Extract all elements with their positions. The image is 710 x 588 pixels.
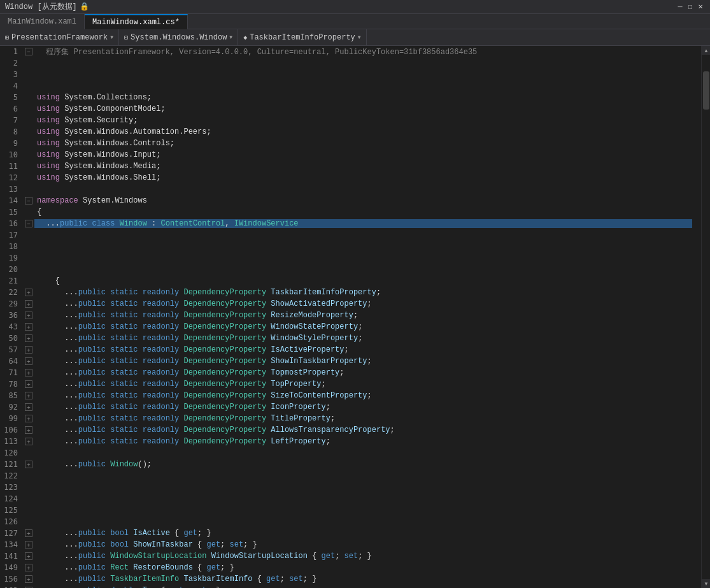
fold-indicator[interactable]: + xyxy=(23,369,34,376)
line-number: 120 xyxy=(0,448,23,457)
framework-dropdown[interactable]: ⊞ PresentationFramework ▼ xyxy=(0,29,119,46)
code-text: ...public static readonly DependencyProp… xyxy=(34,391,692,400)
fold-indicator[interactable]: + xyxy=(23,529,34,537)
fold-indicator[interactable]: + xyxy=(23,300,34,308)
tab-mainwindow-xaml-cs[interactable]: MainWindow.xaml.cs* xyxy=(85,14,188,29)
line-number: 123 xyxy=(0,483,23,492)
code-text: using System.Collections; xyxy=(34,93,692,102)
fold-indicator[interactable]: + xyxy=(23,426,34,434)
code-line-1: 1− 程序集 PresentationFramework, Version=4.… xyxy=(0,46,692,57)
code-line-22: 22+ ...public static readonly Dependency… xyxy=(0,287,692,298)
fold-indicator[interactable]: + xyxy=(23,380,34,388)
line-number: 124 xyxy=(0,494,23,503)
fold-indicator[interactable]: + xyxy=(23,575,34,583)
code-line-12: 12using System.Windows.Shell; xyxy=(0,172,692,183)
class-icon: ⊡ xyxy=(124,34,128,41)
line-number: 12 xyxy=(0,173,23,182)
fold-indicator[interactable]: + xyxy=(23,564,34,571)
code-text: using System.Windows.Controls; xyxy=(34,139,692,148)
code-line-92: 92+ ...public static readonly Dependency… xyxy=(0,401,692,413)
code-line-10: 10using System.Windows.Input; xyxy=(0,149,692,161)
line-number: 8 xyxy=(0,127,23,136)
class-label: System.Windows.Window xyxy=(131,33,227,42)
fold-indicator[interactable]: + xyxy=(23,461,34,468)
fold-indicator[interactable]: + xyxy=(23,415,34,422)
code-line-122: 122 xyxy=(0,470,692,482)
title-bar-left: Window [从元数据] 🔒 xyxy=(5,1,89,12)
line-number: 21 xyxy=(0,276,23,285)
code-line-50: 50+ ...public static readonly Dependency… xyxy=(0,333,692,344)
code-line-9: 9using System.Windows.Controls; xyxy=(0,138,692,149)
code-line-123: 123 xyxy=(0,482,692,493)
line-number: 11 xyxy=(0,162,23,171)
code-text: ...public static readonly DependencyProp… xyxy=(34,414,692,423)
code-line-6: 6using System.ComponentModel; xyxy=(0,103,692,115)
fold-indicator[interactable]: + xyxy=(23,334,34,342)
line-number: 122 xyxy=(0,471,23,480)
maximize-button[interactable]: □ xyxy=(686,3,695,11)
code-line-13: 13 xyxy=(0,183,692,195)
code-text: using System.Windows.Shell; xyxy=(34,173,692,182)
minimize-button[interactable]: ─ xyxy=(676,3,685,11)
member-dropdown[interactable]: ◆ TaskbarItemInfoProperty ▼ xyxy=(238,29,366,46)
code-text: ...public Rect RestoreBounds { get; } xyxy=(34,563,692,572)
close-button[interactable]: ✕ xyxy=(696,3,705,11)
code-line-4: 4 xyxy=(0,80,692,92)
line-number: 99 xyxy=(0,414,23,423)
line-number: 2 xyxy=(0,59,23,68)
line-number: 10 xyxy=(0,150,23,159)
code-text: ...public static readonly DependencyProp… xyxy=(34,426,692,434)
fold-indicator[interactable]: + xyxy=(23,403,34,411)
framework-label: PresentationFramework xyxy=(11,33,108,42)
lines-container: 1− 程序集 PresentationFramework, Version=4.… xyxy=(0,46,692,588)
code-line-99: 99+ ...public static readonly Dependency… xyxy=(0,413,692,424)
line-number: 19 xyxy=(0,254,23,262)
code-text: ...public static readonly DependencyProp… xyxy=(34,368,692,377)
fold-indicator[interactable]: + xyxy=(23,323,34,331)
fold-indicator[interactable]: + xyxy=(23,552,34,560)
line-number: 29 xyxy=(0,299,23,308)
code-line-121: 121+ ...public Window(); xyxy=(0,459,692,470)
code-line-149: 149+ ...public Rect RestoreBounds { get;… xyxy=(0,562,692,573)
fold-indicator[interactable]: + xyxy=(23,541,34,549)
fold-indicator[interactable]: + xyxy=(23,312,34,319)
fold-indicator[interactable]: + xyxy=(23,438,34,445)
code-text: { xyxy=(34,208,692,217)
code-line-85: 85+ ...public static readonly Dependency… xyxy=(0,390,692,401)
code-line-163: 163+ ...public double Top { get; set; } xyxy=(0,585,692,588)
line-number: 78 xyxy=(0,380,23,389)
code-line-113: 113+ ...public static readonly Dependenc… xyxy=(0,436,692,447)
fold-indicator[interactable]: + xyxy=(23,289,34,296)
fold-indicator[interactable]: + xyxy=(23,392,34,399)
code-line-16: 16− ...public class Window : ContentCont… xyxy=(0,218,692,229)
line-number: 9 xyxy=(0,139,23,148)
code-line-127: 127+ ...public bool IsActive { get; } xyxy=(0,527,692,539)
fold-indicator[interactable]: − xyxy=(23,220,34,227)
fold-indicator[interactable]: + xyxy=(23,357,34,365)
code-line-124: 124 xyxy=(0,493,692,505)
class-dropdown[interactable]: ⊡ System.Windows.Window ▼ xyxy=(119,29,238,46)
scrollbar-thumb[interactable] xyxy=(703,71,709,110)
code-text: ...public TaskbarItemInfo TaskbarItemInf… xyxy=(34,575,692,584)
code-text: namespace System.Windows xyxy=(34,196,692,205)
fold-indicator[interactable]: − xyxy=(23,48,34,55)
code-text: ...public static readonly DependencyProp… xyxy=(34,322,692,331)
scrollbar[interactable]: ▲ ▼ xyxy=(701,46,710,588)
code-text: ...public static readonly DependencyProp… xyxy=(34,311,692,320)
scrollbar-up-button[interactable]: ▲ xyxy=(702,46,710,55)
line-number: 43 xyxy=(0,322,23,331)
line-number: 134 xyxy=(0,540,23,549)
code-line-43: 43+ ...public static readonly Dependency… xyxy=(0,321,692,333)
fold-indicator[interactable]: − xyxy=(23,197,34,204)
code-line-141: 141+ ...public WindowStartupLocation Win… xyxy=(0,550,692,562)
fold-indicator[interactable]: + xyxy=(23,346,34,354)
line-number: 126 xyxy=(0,517,23,526)
tab-mainwindow-xaml[interactable]: MainWindow.xaml xyxy=(0,14,85,29)
line-number: 85 xyxy=(0,391,23,400)
line-number: 4 xyxy=(0,82,23,90)
code-text: ...public static readonly DependencyProp… xyxy=(34,299,692,308)
code-panel[interactable]: 1− 程序集 PresentationFramework, Version=4.… xyxy=(0,46,701,588)
editor-body: 1− 程序集 PresentationFramework, Version=4.… xyxy=(0,46,710,588)
code-line-36: 36+ ...public static readonly Dependency… xyxy=(0,310,692,321)
scrollbar-down-button[interactable]: ▼ xyxy=(702,579,710,588)
